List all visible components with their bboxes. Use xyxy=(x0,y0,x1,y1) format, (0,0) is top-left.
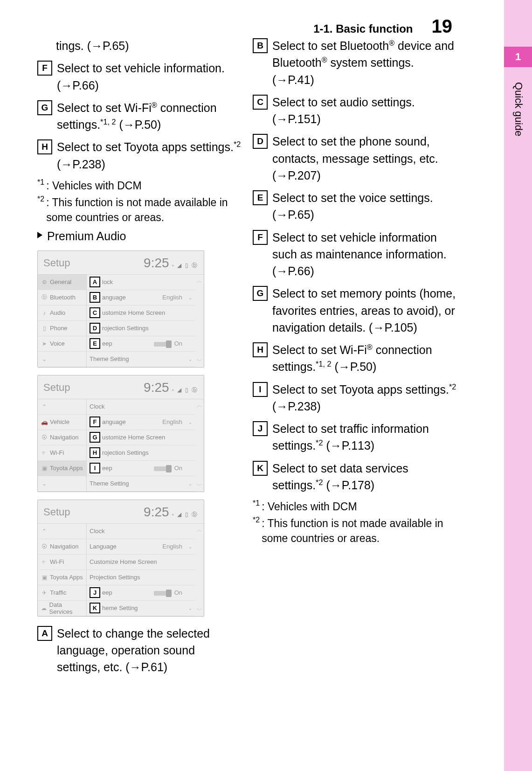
letter-box: H xyxy=(253,342,268,357)
item-text: Select to set Wi-Fi® connection settings… xyxy=(57,99,242,133)
scroll-up-icon[interactable]: ︿ xyxy=(197,526,203,534)
settings-row[interactable]: Gustomize Home Screen xyxy=(87,430,195,445)
screen-title: Setup xyxy=(43,257,70,269)
nav-row[interactable]: ⚙General xyxy=(38,275,86,290)
row-value: On xyxy=(154,340,182,347)
nav-row[interactable]: ▣Toyota Apps xyxy=(38,461,86,476)
list-item: KSelect to set data services settings.*2… xyxy=(253,460,457,494)
nav-icon: ✈ xyxy=(41,590,48,596)
settings-row[interactable]: Clock xyxy=(87,524,195,539)
nav-row[interactable]: ⦿Navigation xyxy=(38,430,86,445)
right-column: BSelect to set Bluetooth® device and Blu… xyxy=(253,37,457,681)
row-value: English xyxy=(162,418,182,425)
screen-list: ︿ ClockLanguageEnglish⌄Customize Home Sc… xyxy=(87,524,204,616)
setup-screen: Setup 9:25 ▫ ◢ ▯ ⓑ ⌃⦿NavigationᯤWi-Fi▣To… xyxy=(37,500,204,617)
item-text: Select to set vehicle information. (→P.6… xyxy=(57,60,242,94)
settings-row[interactable]: Customize Home Screen xyxy=(87,306,195,321)
nav-label: Wi-Fi xyxy=(50,449,64,456)
nav-icon: ⌄ xyxy=(41,480,48,487)
scroll-down-icon[interactable]: ﹀ xyxy=(197,481,203,490)
row-label: Projection Settings xyxy=(90,574,140,581)
nav-row[interactable]: ⌃ xyxy=(38,524,86,539)
settings-row[interactable]: Projection Settings xyxy=(87,570,195,585)
list-item: ESelect to set the voice settings. (→P.6… xyxy=(253,189,457,223)
nav-row[interactable]: ⓑBluetooth xyxy=(38,290,86,306)
row-label: Clock xyxy=(90,528,105,535)
settings-row[interactable]: IeepOn xyxy=(87,461,195,476)
nav-row[interactable]: ⌃ xyxy=(38,399,86,415)
screen-header: Setup 9:25 ▫ ◢ ▯ ⓑ xyxy=(38,375,204,399)
row-label: rojection Settings xyxy=(102,449,149,456)
nav-row[interactable]: ᯤWi-Fi xyxy=(38,555,86,570)
page-number: 19 xyxy=(432,16,453,37)
scroll-up-icon[interactable]: ︿ xyxy=(197,401,203,410)
letter-box: F xyxy=(37,61,52,76)
left-column: tings. (→P.65) FSelect to set vehicle in… xyxy=(37,37,242,681)
text: tings. (→P.65) xyxy=(56,37,129,54)
scroll-down-icon[interactable]: ﹀ xyxy=(197,606,203,614)
settings-row[interactable]: Theme Setting⌄ xyxy=(87,476,195,492)
settings-row[interactable]: Kheme Setting⌄ xyxy=(87,601,195,616)
footnote-mark: *1 xyxy=(253,498,260,508)
mini-letter: D xyxy=(90,323,100,333)
nav-row[interactable]: ⌄ xyxy=(38,476,86,492)
settings-row[interactable]: Drojection Settings xyxy=(87,321,195,336)
letter-box: J xyxy=(253,421,268,436)
list-item: JSelect to set traffic information setti… xyxy=(253,420,457,454)
item-text: Select to set Toyota apps settings.*2 (→… xyxy=(57,139,242,173)
nav-row[interactable]: ▯Phone xyxy=(38,321,86,336)
nav-icon: ▯ xyxy=(41,325,48,332)
settings-row[interactable]: Customize Home Screen xyxy=(87,555,195,570)
settings-row[interactable]: FanguageEnglish⌄ xyxy=(87,415,195,430)
settings-row[interactable]: Alock xyxy=(87,275,195,290)
screen-title: Setup xyxy=(43,382,70,394)
settings-row[interactable]: LanguageEnglish⌄ xyxy=(87,539,195,555)
settings-row[interactable]: BanguageEnglish⌄ xyxy=(87,290,195,306)
letter-box: A xyxy=(37,626,52,641)
list-item: A Select to change the selected language… xyxy=(37,625,242,676)
row-label: Theme Setting xyxy=(90,355,129,362)
nav-row[interactable]: ⌄ xyxy=(38,352,86,367)
footnote-text: : Vehicles with DCM xyxy=(46,178,242,193)
nav-row[interactable]: ᯤWi-Fi xyxy=(38,445,86,461)
toggle-icon[interactable] xyxy=(154,342,172,347)
scroll-up-icon[interactable]: ︿ xyxy=(197,277,203,285)
row-label: Clock xyxy=(90,403,105,410)
item-text: Select to change the selected language, … xyxy=(57,625,242,676)
settings-row[interactable]: Theme Setting⌄ xyxy=(87,352,195,367)
nav-row[interactable]: ✈Traffic xyxy=(38,585,86,601)
screen-nav: ⌃⦿NavigationᯤWi-Fi▣Toyota Apps✈Traffic☁D… xyxy=(38,524,87,616)
nav-icon: ⚙ xyxy=(41,279,48,285)
settings-row[interactable]: Hrojection Settings xyxy=(87,445,195,461)
settings-row[interactable]: EeepOn xyxy=(87,336,195,352)
scroll-down-icon[interactable]: ﹀ xyxy=(197,357,203,365)
nav-label: Traffic xyxy=(50,589,66,596)
nav-row[interactable]: ♪Audio xyxy=(38,306,86,321)
chapter-tab: 1 xyxy=(504,47,532,67)
nav-row[interactable]: ⦿Navigation xyxy=(38,539,86,555)
toggle-icon[interactable] xyxy=(154,591,172,596)
nav-icon: ⦿ xyxy=(41,543,48,550)
item-text: Select to set the voice settings. (→P.65… xyxy=(272,189,457,223)
nav-row[interactable]: ▣Toyota Apps xyxy=(38,570,86,585)
nav-row[interactable]: ➤Voice xyxy=(38,336,86,352)
mini-letter: I xyxy=(90,463,100,473)
screen-nav: ⌃🚗Vehicle⦿NavigationᯤWi-Fi▣Toyota Apps⌄ xyxy=(38,399,87,492)
chevron-down-icon: ⌄ xyxy=(188,294,193,301)
screen-list: ︿ ClockFanguageEnglish⌄Gustomize Home Sc… xyxy=(87,399,204,492)
nav-label: Toyota Apps xyxy=(50,465,83,472)
nav-row[interactable]: ☁Data Services xyxy=(38,601,86,616)
nav-label: Phone xyxy=(50,325,68,332)
subheading: Premium Audio xyxy=(47,228,126,244)
letter-box: G xyxy=(37,100,52,115)
list-item: ISelect to set Toyota apps settings.*2 (… xyxy=(253,381,457,415)
settings-row[interactable]: Clock xyxy=(87,399,195,415)
nav-row[interactable]: 🚗Vehicle xyxy=(38,415,86,430)
status-icons: ▫ ◢ ▯ ⓑ xyxy=(172,511,198,518)
nav-label: Voice xyxy=(50,340,65,347)
settings-row[interactable]: JeepOn xyxy=(87,585,195,601)
chevron-down-icon: ⌄ xyxy=(188,419,193,425)
setup-screen: Setup 9:25 ▫ ◢ ▯ ⓑ ⌃🚗Vehicle⦿Navigationᯤ… xyxy=(37,375,204,492)
toggle-icon[interactable] xyxy=(154,466,172,471)
mini-letter: G xyxy=(90,432,100,443)
